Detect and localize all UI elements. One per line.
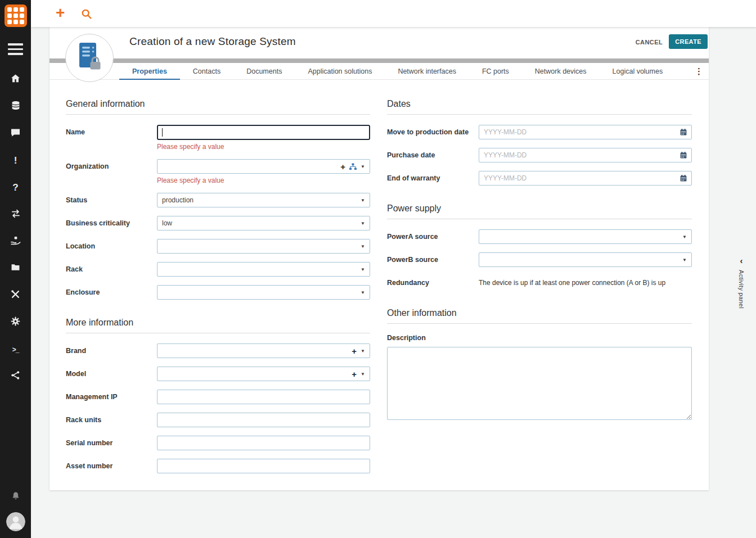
home-icon bbox=[10, 73, 21, 86]
search-icon[interactable] bbox=[80, 8, 92, 20]
model-select[interactable]: + ▼ bbox=[157, 367, 370, 381]
organization-label: Organization bbox=[66, 159, 157, 174]
terminal-icon: >_ bbox=[12, 346, 19, 353]
redundancy-text: The device is up if at least one power c… bbox=[479, 275, 692, 290]
sidebar-item-data[interactable] bbox=[0, 93, 31, 120]
brand-select[interactable]: + ▼ bbox=[157, 343, 370, 358]
business-criticality-select[interactable]: low ▼ bbox=[157, 216, 370, 230]
calendar-icon[interactable] bbox=[680, 174, 687, 182]
caret-down-icon: ▼ bbox=[361, 349, 365, 354]
form-content: General information Name Please specify … bbox=[50, 80, 709, 490]
purchase-date-label: Purchase date bbox=[387, 148, 479, 162]
caret-down-icon: ▼ bbox=[361, 221, 365, 226]
field-rack: Rack ▼ bbox=[66, 262, 370, 277]
create-button[interactable]: CREATE bbox=[669, 34, 708, 49]
tab-documents[interactable]: Documents bbox=[233, 63, 295, 80]
sidebar-item-home[interactable] bbox=[0, 66, 31, 93]
sidebar-item-services[interactable] bbox=[0, 228, 31, 255]
creation-form-card: Creation of a new Storage System CANCEL … bbox=[50, 27, 709, 490]
left-column: General information Name Please specify … bbox=[66, 99, 370, 482]
app-logo[interactable] bbox=[0, 0, 31, 31]
notifications-button[interactable] bbox=[11, 491, 21, 504]
brand-label: Brand bbox=[66, 343, 157, 358]
location-select[interactable]: ▼ bbox=[157, 239, 370, 254]
section-dates: Dates Move to production date Purchase d… bbox=[387, 99, 692, 186]
rack-units-label: Rack units bbox=[66, 413, 157, 427]
section-title: More information bbox=[66, 318, 370, 333]
sidebar-item-admin-tools[interactable] bbox=[0, 309, 31, 336]
sidebar-item-incidents[interactable]: ! bbox=[0, 147, 31, 174]
calendar-icon[interactable] bbox=[680, 151, 687, 159]
activity-panel-label: Activity panel bbox=[738, 270, 745, 309]
tab-logical-volumes[interactable]: Logical volumes bbox=[600, 63, 676, 80]
user-avatar[interactable] bbox=[6, 512, 25, 531]
sidebar-item-helpdesk[interactable] bbox=[0, 120, 31, 147]
section-title: Power supply bbox=[387, 204, 692, 219]
cancel-button[interactable]: CANCEL bbox=[632, 38, 666, 46]
field-purchase-date: Purchase date bbox=[387, 148, 692, 162]
name-input[interactable] bbox=[157, 125, 370, 140]
field-location: Location ▼ bbox=[66, 239, 370, 254]
hierarchy-icon[interactable] bbox=[349, 163, 357, 170]
name-label: Name bbox=[66, 125, 157, 139]
business-criticality-value: low bbox=[162, 219, 357, 227]
tab-application-solutions[interactable]: Application solutions bbox=[295, 63, 385, 80]
main-area: Creation of a new Storage System CANCEL … bbox=[31, 27, 756, 538]
caret-down-icon: ▼ bbox=[361, 267, 365, 272]
rack-select[interactable]: ▼ bbox=[157, 262, 370, 277]
serial-number-input[interactable] bbox=[157, 436, 370, 450]
field-rack-units: Rack units bbox=[66, 413, 370, 427]
enclosure-select[interactable]: ▼ bbox=[157, 285, 370, 300]
end-of-warranty-input[interactable] bbox=[479, 171, 692, 186]
rack-units-input[interactable] bbox=[157, 413, 370, 427]
text-cursor bbox=[162, 128, 163, 137]
sidebar-item-data-administration[interactable] bbox=[0, 282, 31, 309]
tab-network-interfaces[interactable]: Network interfaces bbox=[385, 63, 469, 80]
organization-select[interactable]: + ▼ bbox=[157, 159, 370, 174]
tab-contacts[interactable]: Contacts bbox=[180, 63, 233, 80]
tab-properties[interactable]: Properties bbox=[119, 63, 180, 80]
description-textarea[interactable] bbox=[387, 347, 692, 420]
chat-icon bbox=[10, 127, 21, 140]
sidebar-item-problems[interactable]: ? bbox=[0, 174, 31, 201]
model-label: Model bbox=[66, 367, 157, 381]
help-icon: ? bbox=[12, 183, 18, 192]
add-organization-icon[interactable]: + bbox=[340, 162, 345, 171]
calendar-icon[interactable] bbox=[680, 128, 687, 136]
status-value: production bbox=[162, 196, 357, 204]
field-brand: Brand + ▼ bbox=[66, 343, 370, 358]
field-name: Name Please specify a value bbox=[66, 125, 370, 151]
tab-fc-ports[interactable]: FC ports bbox=[469, 63, 522, 80]
organization-validation-error: Please specify a value bbox=[157, 177, 370, 184]
power-a-source-select[interactable]: ▼ bbox=[479, 229, 692, 244]
transfer-arrows-icon bbox=[10, 209, 21, 221]
field-model: Model + ▼ bbox=[66, 367, 370, 381]
asset-number-input[interactable] bbox=[157, 459, 370, 473]
purchase-date-input[interactable] bbox=[479, 148, 692, 162]
sidebar-item-toolkit[interactable]: >_ bbox=[0, 336, 31, 363]
sidebar-item-changes[interactable] bbox=[0, 201, 31, 228]
activity-panel-toggle[interactable]: ‹ Activity panel bbox=[738, 256, 745, 309]
tools-icon bbox=[10, 289, 21, 302]
caret-down-icon: ▼ bbox=[361, 372, 365, 377]
field-redundancy: Redundancy The device is up if at least … bbox=[387, 275, 692, 290]
management-ip-input[interactable] bbox=[157, 390, 370, 404]
more-tabs-icon[interactable]: ⋮ bbox=[695, 66, 703, 76]
status-select[interactable]: production ▼ bbox=[157, 193, 370, 207]
menu-toggle-button[interactable] bbox=[0, 39, 31, 60]
card-header: Creation of a new Storage System CANCEL … bbox=[50, 27, 709, 58]
sidebar-item-data-exchange[interactable] bbox=[0, 363, 31, 390]
power-b-source-select[interactable]: ▼ bbox=[479, 252, 692, 267]
tab-network-devices[interactable]: Network devices bbox=[522, 63, 600, 80]
sidebar-bottom bbox=[6, 491, 25, 538]
collapse-chevron-icon: ‹ bbox=[740, 256, 743, 265]
section-title: Other information bbox=[387, 308, 692, 324]
add-brand-icon[interactable]: + bbox=[352, 347, 357, 355]
alert-icon: ! bbox=[14, 156, 17, 165]
add-model-icon[interactable]: + bbox=[352, 370, 357, 378]
tab-bar: Properties Contacts Documents Applicatio… bbox=[50, 63, 709, 80]
move-to-production-date-input[interactable] bbox=[479, 125, 692, 139]
field-asset-number: Asset number bbox=[66, 459, 370, 473]
global-add-icon[interactable]: + bbox=[56, 5, 65, 21]
sidebar-item-configuration[interactable] bbox=[0, 255, 31, 282]
